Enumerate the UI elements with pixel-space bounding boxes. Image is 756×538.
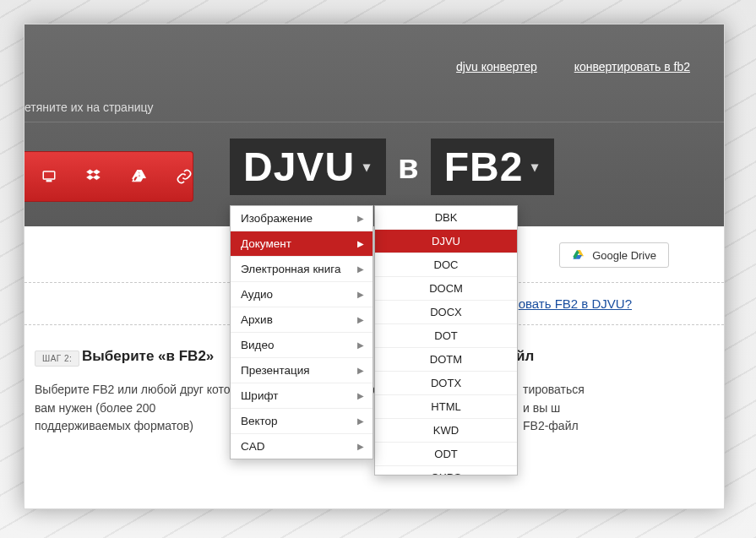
chevron-right-icon: ▶ xyxy=(357,214,364,223)
category-item-label: Электронная книга xyxy=(241,263,340,275)
chevron-right-icon: ▶ xyxy=(357,442,364,451)
drop-hint-text: етяните их на страницу xyxy=(24,101,153,114)
source-picker-bar xyxy=(24,151,193,202)
svg-rect-0 xyxy=(43,171,55,179)
chevron-down-icon: ▾ xyxy=(531,159,539,175)
format-item[interactable]: KWD xyxy=(375,419,517,443)
header-band: djvu конвертер конвертировать в fb2 етян… xyxy=(24,24,724,226)
category-item-label: Документ xyxy=(241,237,291,250)
to-format-label: FB2 xyxy=(444,144,524,190)
step-badge: ШАГ 2: xyxy=(35,351,79,367)
svg-rect-1 xyxy=(46,181,52,182)
format-item[interactable]: ODT xyxy=(375,443,517,466)
chevron-right-icon: ▶ xyxy=(357,315,364,324)
link-djvu-converter[interactable]: djvu конвертер xyxy=(456,60,537,73)
category-item[interactable]: Шрифт▶ xyxy=(231,383,373,409)
chevron-right-icon: ▶ xyxy=(357,416,364,426)
category-item-label: Видео xyxy=(241,339,274,351)
category-item-label: CAD xyxy=(241,440,265,453)
chevron-right-icon: ▶ xyxy=(357,391,364,400)
category-item-label: Архив xyxy=(241,313,273,326)
format-selectors: DJVU ▾ в FB2 ▾ xyxy=(230,139,554,195)
google-drive-button[interactable]: Google Drive xyxy=(559,242,669,268)
chevron-right-icon: ▶ xyxy=(357,366,364,375)
format-item[interactable]: DOCX xyxy=(375,301,517,324)
chevron-right-icon: ▶ xyxy=(357,290,364,299)
category-item[interactable]: CAD▶ xyxy=(231,434,373,459)
to-format-button[interactable]: FB2 ▾ xyxy=(431,139,555,195)
format-item[interactable]: DBK xyxy=(375,206,517,230)
category-item[interactable]: Презентация▶ xyxy=(231,358,373,383)
top-links: djvu конвертер конвертировать в fb2 xyxy=(422,60,690,73)
chevron-down-icon: ▾ xyxy=(363,159,371,175)
computer-icon[interactable] xyxy=(40,167,58,186)
google-drive-icon xyxy=(572,248,585,262)
category-item[interactable]: Вектор▶ xyxy=(231,409,373,434)
chevron-right-icon: ▶ xyxy=(357,340,364,350)
chevron-right-icon: ▶ xyxy=(357,239,364,248)
category-item-label: Вектор xyxy=(241,415,278,427)
format-item[interactable]: HTML xyxy=(375,395,517,419)
step-paragraph-1: Выберите FB2 или любой друг который вам … xyxy=(35,381,254,436)
category-item-label: Презентация xyxy=(241,364,310,377)
format-dropdown-scroll[interactable]: DBKDJVUDOCDOCMDOCXDOTDOTMDOTXHTMLKWDODTO… xyxy=(375,206,517,475)
header-separator xyxy=(24,122,724,122)
google-drive-icon[interactable] xyxy=(130,167,148,186)
chevron-right-icon: ▶ xyxy=(357,264,364,274)
category-item[interactable]: Аудио▶ xyxy=(231,282,373,307)
reverse-convert-link[interactable]: овать FB2 в DJVU? xyxy=(519,296,632,311)
format-dropdown[interactable]: DBKDJVUDOCDOCMDOCXDOTDOTMDOTXHTMLKWDODTO… xyxy=(374,205,518,476)
format-item[interactable]: DOT xyxy=(375,324,517,348)
google-drive-label: Google Drive xyxy=(592,249,656,262)
category-dropdown[interactable]: Изображение▶Документ▶Электронная книга▶А… xyxy=(230,205,373,459)
category-item[interactable]: Электронная книга▶ xyxy=(231,257,373,282)
format-item[interactable]: OXPS xyxy=(375,466,517,475)
category-item-label: Шрифт xyxy=(241,389,278,402)
format-item[interactable]: DOC xyxy=(375,253,517,277)
link-icon[interactable] xyxy=(175,167,193,186)
app-panel: djvu конвертер конвертировать в fb2 етян… xyxy=(24,24,725,509)
format-item[interactable]: DJVU xyxy=(375,230,517,253)
dropbox-icon[interactable] xyxy=(85,167,103,186)
in-word: в xyxy=(398,148,419,186)
link-convert-to-fb2[interactable]: конвертировать в fb2 xyxy=(574,60,690,73)
format-item[interactable]: DOCM xyxy=(375,277,517,301)
from-format-label: DJVU xyxy=(243,144,355,190)
format-item[interactable]: DOTX xyxy=(375,372,517,395)
category-item[interactable]: Изображение▶ xyxy=(231,206,373,231)
from-format-button[interactable]: DJVU ▾ xyxy=(230,139,386,195)
category-item-label: Изображение xyxy=(241,212,313,225)
category-item[interactable]: Видео▶ xyxy=(231,333,373,358)
category-item-label: Аудио xyxy=(241,288,273,301)
format-item[interactable]: DOTM xyxy=(375,348,517,372)
step-title-1: Выберите «в FB2» xyxy=(82,348,214,365)
category-item[interactable]: Документ▶ xyxy=(231,231,373,257)
category-item[interactable]: Архив▶ xyxy=(231,307,373,333)
